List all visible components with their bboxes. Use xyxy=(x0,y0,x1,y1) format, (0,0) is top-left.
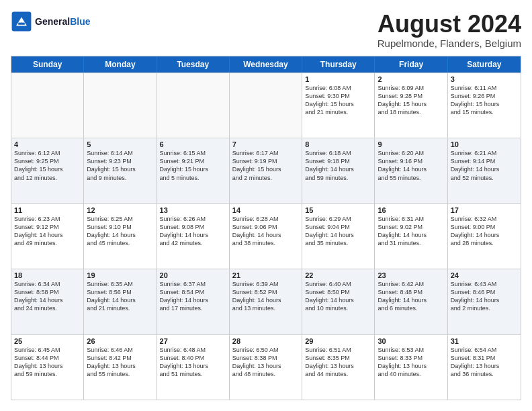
day-cell-14: 14Sunrise: 6:28 AM Sunset: 9:06 PM Dayli… xyxy=(230,204,302,269)
day-number: 20 xyxy=(160,271,226,279)
calendar-row-2: 4Sunrise: 6:12 AM Sunset: 9:25 PM Daylig… xyxy=(11,138,521,203)
day-cell-22: 22Sunrise: 6:40 AM Sunset: 8:50 PM Dayli… xyxy=(302,269,375,334)
day-number: 23 xyxy=(378,271,444,279)
day-info: Sunrise: 6:45 AM Sunset: 8:44 PM Dayligh… xyxy=(14,346,81,379)
day-cell-10: 10Sunrise: 6:21 AM Sunset: 9:14 PM Dayli… xyxy=(448,138,521,203)
day-info: Sunrise: 6:35 AM Sunset: 8:56 PM Dayligh… xyxy=(87,280,153,313)
day-cell-15: 15Sunrise: 6:29 AM Sunset: 9:04 PM Dayli… xyxy=(302,204,375,269)
day-info: Sunrise: 6:23 AM Sunset: 9:12 PM Dayligh… xyxy=(14,215,81,248)
day-number: 2 xyxy=(378,75,444,83)
day-info: Sunrise: 6:54 AM Sunset: 8:31 PM Dayligh… xyxy=(451,346,518,379)
page: GeneralBlue August 2024 Rupelmonde, Flan… xyxy=(0,0,532,411)
day-cell-8: 8Sunrise: 6:18 AM Sunset: 9:18 PM Daylig… xyxy=(302,138,375,203)
day-cell-16: 16Sunrise: 6:31 AM Sunset: 9:02 PM Dayli… xyxy=(375,204,447,269)
calendar-row-1: 1Sunrise: 6:08 AM Sunset: 9:30 PM Daylig… xyxy=(11,73,521,138)
day-number: 14 xyxy=(232,206,299,214)
day-cell-12: 12Sunrise: 6:25 AM Sunset: 9:10 PM Dayli… xyxy=(84,204,157,269)
day-cell-30: 30Sunrise: 6:53 AM Sunset: 8:33 PM Dayli… xyxy=(375,335,447,400)
day-cell-13: 13Sunrise: 6:26 AM Sunset: 9:08 PM Dayli… xyxy=(157,204,230,269)
day-info: Sunrise: 6:28 AM Sunset: 9:06 PM Dayligh… xyxy=(232,215,299,248)
day-number: 15 xyxy=(305,206,371,214)
empty-cell xyxy=(11,73,84,138)
day-number: 17 xyxy=(451,206,518,214)
day-number: 11 xyxy=(14,206,81,214)
day-info: Sunrise: 6:20 AM Sunset: 9:16 PM Dayligh… xyxy=(378,149,444,182)
calendar-body: 1Sunrise: 6:08 AM Sunset: 9:30 PM Daylig… xyxy=(11,73,521,400)
day-info: Sunrise: 6:48 AM Sunset: 8:40 PM Dayligh… xyxy=(160,346,226,379)
day-number: 22 xyxy=(305,271,371,279)
day-number: 3 xyxy=(451,75,518,83)
calendar-row-3: 11Sunrise: 6:23 AM Sunset: 9:12 PM Dayli… xyxy=(11,203,521,269)
day-number: 31 xyxy=(451,337,518,345)
day-number: 18 xyxy=(14,271,81,279)
day-info: Sunrise: 6:43 AM Sunset: 8:46 PM Dayligh… xyxy=(451,280,518,313)
day-number: 29 xyxy=(305,337,371,345)
day-cell-1: 1Sunrise: 6:08 AM Sunset: 9:30 PM Daylig… xyxy=(302,73,375,138)
calendar-row-5: 25Sunrise: 6:45 AM Sunset: 8:44 PM Dayli… xyxy=(11,334,521,400)
day-cell-21: 21Sunrise: 6:39 AM Sunset: 8:52 PM Dayli… xyxy=(230,269,302,334)
day-cell-27: 27Sunrise: 6:48 AM Sunset: 8:40 PM Dayli… xyxy=(157,335,230,400)
day-info: Sunrise: 6:18 AM Sunset: 9:18 PM Dayligh… xyxy=(305,149,371,182)
calendar-row-4: 18Sunrise: 6:34 AM Sunset: 8:58 PM Dayli… xyxy=(11,269,521,334)
day-number: 4 xyxy=(14,140,81,148)
day-info: Sunrise: 6:26 AM Sunset: 9:08 PM Dayligh… xyxy=(160,215,226,248)
day-cell-9: 9Sunrise: 6:20 AM Sunset: 9:16 PM Daylig… xyxy=(375,138,447,203)
day-cell-4: 4Sunrise: 6:12 AM Sunset: 9:25 PM Daylig… xyxy=(11,138,84,203)
day-cell-3: 3Sunrise: 6:11 AM Sunset: 9:26 PM Daylig… xyxy=(448,73,521,138)
day-number: 25 xyxy=(14,337,81,345)
day-info: Sunrise: 6:21 AM Sunset: 9:14 PM Dayligh… xyxy=(451,149,518,182)
logo: GeneralBlue xyxy=(11,11,90,32)
day-number: 6 xyxy=(160,140,226,148)
day-cell-18: 18Sunrise: 6:34 AM Sunset: 8:58 PM Dayli… xyxy=(11,269,84,334)
day-cell-7: 7Sunrise: 6:17 AM Sunset: 9:19 PM Daylig… xyxy=(230,138,302,203)
day-info: Sunrise: 6:53 AM Sunset: 8:33 PM Dayligh… xyxy=(378,346,444,379)
logo-icon xyxy=(11,11,32,32)
logo-text: GeneralBlue xyxy=(35,16,90,27)
day-cell-6: 6Sunrise: 6:15 AM Sunset: 9:21 PM Daylig… xyxy=(157,138,230,203)
empty-cell xyxy=(230,73,302,138)
month-title: August 2024 xyxy=(378,11,521,38)
empty-cell xyxy=(84,73,157,138)
day-info: Sunrise: 6:08 AM Sunset: 9:30 PM Dayligh… xyxy=(305,84,371,117)
day-info: Sunrise: 6:31 AM Sunset: 9:02 PM Dayligh… xyxy=(378,215,444,248)
day-cell-11: 11Sunrise: 6:23 AM Sunset: 9:12 PM Dayli… xyxy=(11,204,84,269)
day-info: Sunrise: 6:46 AM Sunset: 8:42 PM Dayligh… xyxy=(87,346,153,379)
day-info: Sunrise: 6:25 AM Sunset: 9:10 PM Dayligh… xyxy=(87,215,153,248)
header: GeneralBlue August 2024 Rupelmonde, Flan… xyxy=(11,11,521,49)
header-day-sunday: Sunday xyxy=(11,56,84,73)
day-cell-31: 31Sunrise: 6:54 AM Sunset: 8:31 PM Dayli… xyxy=(448,335,521,400)
header-day-tuesday: Tuesday xyxy=(157,56,230,73)
day-info: Sunrise: 6:14 AM Sunset: 9:23 PM Dayligh… xyxy=(87,149,153,182)
calendar: SundayMondayTuesdayWednesdayThursdayFrid… xyxy=(11,56,521,400)
day-cell-2: 2Sunrise: 6:09 AM Sunset: 9:28 PM Daylig… xyxy=(375,73,447,138)
day-number: 30 xyxy=(378,337,444,345)
day-cell-25: 25Sunrise: 6:45 AM Sunset: 8:44 PM Dayli… xyxy=(11,335,84,400)
header-day-monday: Monday xyxy=(84,56,157,73)
day-info: Sunrise: 6:17 AM Sunset: 9:19 PM Dayligh… xyxy=(232,149,299,182)
header-day-wednesday: Wednesday xyxy=(230,56,302,73)
day-cell-29: 29Sunrise: 6:51 AM Sunset: 8:35 PM Dayli… xyxy=(302,335,375,400)
svg-rect-2 xyxy=(18,23,25,25)
day-cell-23: 23Sunrise: 6:42 AM Sunset: 8:48 PM Dayli… xyxy=(375,269,447,334)
day-number: 7 xyxy=(232,140,299,148)
day-cell-5: 5Sunrise: 6:14 AM Sunset: 9:23 PM Daylig… xyxy=(84,138,157,203)
subtitle: Rupelmonde, Flanders, Belgium xyxy=(378,38,521,49)
day-info: Sunrise: 6:12 AM Sunset: 9:25 PM Dayligh… xyxy=(14,149,81,182)
day-number: 13 xyxy=(160,206,226,214)
day-number: 27 xyxy=(160,337,226,345)
day-info: Sunrise: 6:51 AM Sunset: 8:35 PM Dayligh… xyxy=(305,346,371,379)
day-number: 16 xyxy=(378,206,444,214)
day-cell-26: 26Sunrise: 6:46 AM Sunset: 8:42 PM Dayli… xyxy=(84,335,157,400)
day-info: Sunrise: 6:39 AM Sunset: 8:52 PM Dayligh… xyxy=(232,280,299,313)
day-number: 5 xyxy=(87,140,153,148)
day-info: Sunrise: 6:32 AM Sunset: 9:00 PM Dayligh… xyxy=(451,215,518,248)
day-cell-28: 28Sunrise: 6:50 AM Sunset: 8:38 PM Dayli… xyxy=(230,335,302,400)
day-info: Sunrise: 6:42 AM Sunset: 8:48 PM Dayligh… xyxy=(378,280,444,313)
header-day-thursday: Thursday xyxy=(302,56,375,73)
empty-cell xyxy=(157,73,230,138)
header-day-friday: Friday xyxy=(375,56,447,73)
header-day-saturday: Saturday xyxy=(448,56,521,73)
day-number: 9 xyxy=(378,140,444,148)
day-number: 26 xyxy=(87,337,153,345)
day-cell-24: 24Sunrise: 6:43 AM Sunset: 8:46 PM Dayli… xyxy=(448,269,521,334)
